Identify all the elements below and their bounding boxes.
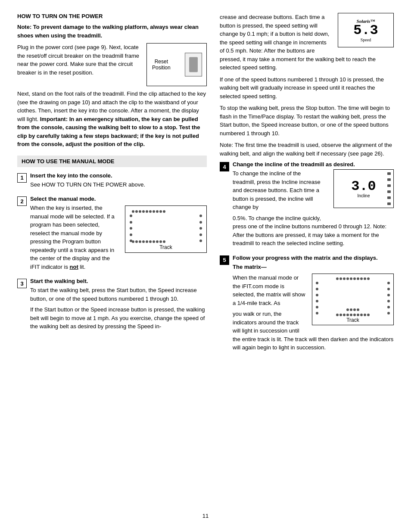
section1-note: Note: To prevent damage to the walking p… (17, 23, 207, 40)
dot (199, 221, 202, 224)
dot (316, 294, 318, 296)
dot (339, 314, 342, 316)
dot (130, 227, 132, 230)
incline-bar-dot (387, 190, 391, 193)
dot (387, 300, 390, 302)
dot (346, 308, 349, 311)
dot (146, 240, 148, 243)
dot (357, 314, 359, 316)
solaris-label: Speed (361, 37, 371, 42)
speed-para4: Note: The first time the treadmill is us… (220, 141, 394, 158)
how-to-turn-section: HOW TO TURN ON THE POWER Note: To preven… (17, 13, 207, 149)
dot (316, 288, 318, 290)
reset-breaker-inner (189, 57, 198, 72)
incline-bar-dot (387, 172, 391, 175)
incline-display-wrapper: 3.0 Incline (328, 169, 394, 212)
dot (343, 277, 346, 280)
reset-label-1: Reset (155, 59, 168, 65)
step5-content: Follow your progress with the matrix and… (233, 255, 394, 355)
dot (336, 277, 339, 280)
step2-container: 2 Select the manual mode. (17, 196, 207, 274)
track-label-step5: Track (346, 317, 359, 323)
dot (156, 240, 159, 243)
step1-content: Insert the key into the console. See HOW… (30, 172, 207, 192)
dot (142, 210, 145, 213)
dot (132, 240, 134, 243)
track-label-step2: Track (159, 244, 172, 250)
step3-content: Start the walking belt. To start the wal… (30, 278, 207, 333)
left-column: HOW TO TURN ON THE POWER Note: To preven… (17, 13, 207, 504)
page-number: 11 (17, 513, 394, 519)
reset-label-2: Position (152, 65, 171, 71)
reset-position-figure: Reset Position (146, 43, 207, 86)
dot (350, 308, 352, 311)
step2-body: Track When the key is inserted, the manu… (30, 204, 207, 274)
section1-para2: Next, stand on the foot rails of the tre… (17, 90, 207, 149)
dot (350, 277, 352, 280)
dot (130, 221, 132, 224)
step2-para-main: When the key is inserted, the manual mod… (30, 205, 115, 270)
step4-para2: 0.5%. To change the incline quickly, pre… (233, 214, 394, 248)
right-column: Solaris™ 5.3 Speed crease and decrease b… (220, 13, 394, 504)
reset-breaker-image (185, 53, 202, 77)
manual-mode-box: HOW TO USE THE MANUAL MODE (17, 156, 207, 167)
step1-number: 1 (17, 173, 27, 183)
dot (353, 277, 356, 280)
dot (130, 215, 132, 217)
dot (149, 210, 152, 213)
dot (316, 306, 318, 308)
dot (132, 210, 134, 213)
dot (130, 233, 132, 236)
incline-bar-dot (387, 178, 391, 181)
incline-label: Incline (358, 193, 370, 198)
dot (159, 210, 162, 213)
step2-number: 2 (17, 196, 27, 206)
step2-para-end: lit. (78, 264, 86, 270)
dot (336, 314, 339, 316)
dot (139, 210, 141, 213)
step2-not: not (70, 264, 78, 270)
step3-para1: To start the walking belt, press the Sta… (30, 286, 207, 303)
dot (135, 240, 138, 243)
step5-container: 5 Follow your progress with the matrix a… (220, 255, 394, 355)
incline-bar-dot (387, 196, 391, 199)
dot (163, 210, 165, 213)
dot (353, 314, 356, 316)
step5-matrix-heading: The matrix— (233, 263, 394, 271)
dot (360, 314, 363, 316)
dot (387, 282, 390, 284)
dot (357, 277, 359, 280)
step3-para2: If the Start button or the Speed increas… (30, 305, 207, 331)
dot (199, 215, 202, 217)
dot (339, 277, 342, 280)
step5-body: Track When the manual mode or the iFIT.c… (233, 274, 394, 355)
dot (156, 210, 159, 213)
dot (199, 227, 202, 230)
step4-heading: Change the incline of the treadmill as d… (233, 161, 394, 168)
dot (142, 240, 145, 243)
step1-para: See HOW TO TURN ON THE POWER above. (30, 180, 207, 189)
dot (367, 277, 370, 280)
speed-para3: To stop the walking belt, press the Stop… (220, 104, 394, 137)
incline-bar-dot (387, 202, 391, 205)
step3-container: 3 Start the walking belt. To start the w… (17, 278, 207, 333)
dot (316, 282, 318, 284)
dot (357, 308, 359, 311)
dot (139, 240, 141, 243)
step5-heading: Follow your progress with the matrix and… (233, 255, 394, 261)
dot (367, 314, 370, 316)
dot (153, 210, 155, 213)
incline-display: 3.0 Incline (333, 169, 394, 208)
section1-para2-bold: Important: In an emergency situation, th… (17, 116, 200, 148)
dot (163, 240, 165, 243)
track-display-step5: Track (312, 274, 394, 325)
dot (364, 277, 366, 280)
step1-heading: Insert the key into the console. (30, 172, 207, 179)
solaris-number: 5.3 (353, 24, 378, 37)
section1-title: HOW TO TURN ON THE POWER (17, 13, 207, 19)
dot (135, 210, 138, 213)
dot (149, 240, 152, 243)
page: HOW TO TURN ON THE POWER Note: To preven… (0, 0, 411, 532)
speed-section: Solaris™ 5.3 Speed crease and decrease b… (220, 13, 394, 75)
dot (343, 314, 346, 316)
